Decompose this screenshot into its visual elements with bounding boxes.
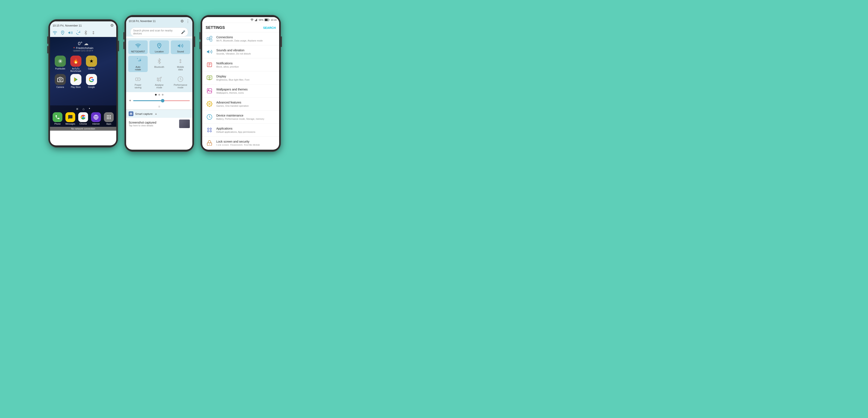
phone2-gear-icon[interactable]: ⚙ xyxy=(180,19,184,24)
app-gallery[interactable]: ★ Gallery xyxy=(85,56,98,72)
settings-sounds[interactable]: Sounds and vibration Sounds, Vibration, … xyxy=(202,45,279,58)
settings-lockscreen[interactable]: Lock screen and security Lock screen, Fi… xyxy=(202,137,279,146)
notifications-subtitle: Block, allow, prioritize xyxy=(216,65,276,68)
phone3-vol-down-button[interactable] xyxy=(199,42,200,49)
wallpapers-subtitle: Wallpapers, themes, icons xyxy=(216,91,276,94)
gallery-label: Gallery xyxy=(88,67,95,70)
phone3-screen: 56% 10:16 SETTINGS SEARCH xyxy=(202,17,279,150)
svg-point-61 xyxy=(209,144,210,145)
brightness-slider[interactable] xyxy=(133,100,190,101)
nav-recent-icon[interactable]: ● xyxy=(89,107,90,111)
settings-applications[interactable]: Applications Default applications, App p… xyxy=(202,124,279,137)
applications-icon xyxy=(206,126,213,134)
settings-wallpapers[interactable]: Wallpapers and themes Wallpapers, themes… xyxy=(202,85,279,97)
qs-mobiledata-icon xyxy=(177,58,184,64)
phone1-shell: 10:15 Fri, November 11 ⚙ xyxy=(48,19,118,148)
svg-rect-37 xyxy=(269,20,269,20)
svg-point-56 xyxy=(208,128,209,129)
dock-chrome[interactable]: Chrome xyxy=(78,112,89,125)
svg-rect-17 xyxy=(107,118,108,119)
qs-powersaving[interactable]: Powersaving xyxy=(128,74,148,90)
bluetooth-icon[interactable] xyxy=(83,30,88,35)
gear-icon[interactable]: ⚙ xyxy=(110,23,114,28)
qs-powersaving-label: Powersaving xyxy=(135,84,142,89)
app-google[interactable]: Google xyxy=(85,74,98,88)
chrome-label: Chrome xyxy=(79,123,87,125)
phone3-vol-up-button[interactable] xyxy=(199,32,200,39)
settings-display[interactable]: Display Brightness, Blue light filter, F… xyxy=(202,71,279,85)
svg-rect-29 xyxy=(130,113,132,114)
battery-icon xyxy=(265,19,269,21)
power-button[interactable] xyxy=(118,41,119,51)
qs-sound-icon xyxy=(177,42,184,49)
nav-home-icon[interactable]: ⌂ xyxy=(83,107,85,111)
settings-search-button[interactable]: SEARCH xyxy=(263,26,276,30)
qs-autorotate[interactable]: Autorotate xyxy=(128,56,148,72)
location-icon[interactable] xyxy=(60,30,65,35)
page-dot-3[interactable] xyxy=(162,94,163,96)
cloud-icon: ☁ xyxy=(84,41,89,47)
phone2-vol-up-button[interactable] xyxy=(123,32,124,39)
dock-phone[interactable]: Phone xyxy=(52,112,63,125)
app-playstore[interactable]: Play Store xyxy=(69,74,83,88)
svg-rect-40 xyxy=(210,39,212,41)
svg-rect-39 xyxy=(210,36,212,38)
phone1-screen: 10:15 Fri, November 11 ⚙ xyxy=(50,21,116,145)
app-antutu[interactable]: 🔥 AnTuTuBenchmark xyxy=(69,56,83,72)
display-text: Display Brightness, Blue light filter, F… xyxy=(216,74,276,81)
search-bar[interactable]: Search phone and scan for nearby devices… xyxy=(130,28,188,36)
phone2-screen: 10:16 Fri, November 11 ⚙ ⋮ Search phone … xyxy=(126,17,192,150)
phone2-more-icon[interactable]: ⋮ xyxy=(186,19,190,24)
phone-icon xyxy=(53,112,62,122)
dock-internet[interactable]: Internet xyxy=(90,112,101,125)
nav-menu-icon[interactable]: ≡ xyxy=(76,107,78,111)
google-icon xyxy=(86,74,97,85)
svg-marker-22 xyxy=(178,44,180,48)
settings-list: Connections Wi-Fi, Bluetooth, Data usage… xyxy=(202,32,279,146)
advanced-text: Advanced features Games, One-handed oper… xyxy=(216,101,276,107)
qs-wifi[interactable]: NETGEAR57 xyxy=(128,40,148,54)
camera-label: Camera xyxy=(56,86,64,88)
dock-apps[interactable]: Apps xyxy=(103,112,114,125)
qs-location[interactable]: Location xyxy=(149,40,169,54)
wallpapers-text: Wallpapers and themes Wallpapers, themes… xyxy=(216,88,276,94)
vol-up-button[interactable] xyxy=(47,36,48,44)
vol-down-button[interactable] xyxy=(47,46,48,54)
page-dot-1[interactable] xyxy=(155,94,157,96)
autorotate-icon[interactable] xyxy=(76,30,81,35)
mobile-data-icon[interactable] xyxy=(91,30,96,35)
qs-bluetooth[interactable]: Bluetooth xyxy=(149,56,169,72)
qs-airplane[interactable]: Airplanemode xyxy=(149,74,169,90)
sound-icon[interactable] xyxy=(68,30,73,35)
svg-rect-33 xyxy=(256,19,256,21)
qs-mobiledata[interactable]: Mobiledata xyxy=(171,56,190,72)
page-dot-2[interactable] xyxy=(158,94,160,96)
settings-advanced[interactable]: Advanced features Games, One-handed oper… xyxy=(202,97,279,111)
phone2-vol-down-button[interactable] xyxy=(123,42,124,49)
app-pushbullet[interactable]: Pushbullet xyxy=(53,56,67,72)
wifi-icon[interactable] xyxy=(53,30,57,35)
qs-powersaving-icon xyxy=(135,76,141,82)
settings-connections[interactable]: Connections Wi-Fi, Bluetooth, Data usage… xyxy=(202,32,279,45)
screenshot-row[interactable]: Screenshot captured Tap here to view det… xyxy=(126,118,192,130)
settings-device[interactable]: Device maintenance Battery, Performance … xyxy=(202,111,279,124)
settings-title: SETTINGS xyxy=(206,25,225,30)
dock-messages[interactable]: Messages xyxy=(65,112,76,125)
smart-capture-bar[interactable]: Smart capture ▲ xyxy=(126,110,192,118)
app-camera[interactable]: Camera xyxy=(53,74,67,88)
qs-performance[interactable]: Performancemode xyxy=(171,74,190,90)
camera-icon xyxy=(55,74,66,85)
notifications-title: Notifications xyxy=(216,62,276,65)
device-title: Device maintenance xyxy=(216,114,276,117)
svg-marker-43 xyxy=(207,50,209,54)
qs-sound[interactable]: Sound xyxy=(171,40,190,54)
gallery-icon: ★ xyxy=(86,56,97,67)
settings-notifications[interactable]: Notifications Block, allow, prioritize xyxy=(202,58,279,71)
mic-icon[interactable]: 🎤 xyxy=(181,30,185,34)
display-subtitle: Brightness, Blue light filter, Font xyxy=(216,79,276,81)
notifications-icon xyxy=(206,61,213,69)
connections-title: Connections xyxy=(216,35,276,39)
screenshot-thumbnail xyxy=(179,120,190,128)
phone2-power-button[interactable] xyxy=(194,36,195,47)
phone3-power-button[interactable] xyxy=(281,36,282,47)
